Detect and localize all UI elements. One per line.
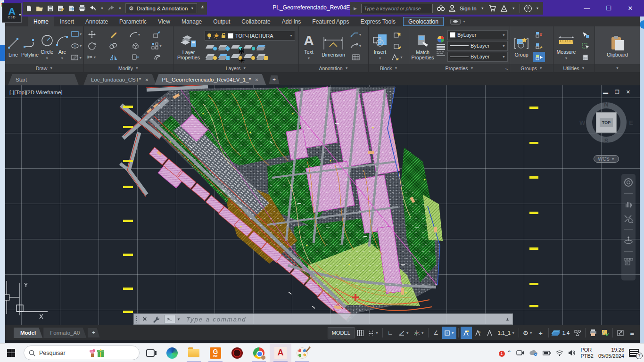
- taskbar-pdf-app[interactable]: GPDF: [205, 344, 226, 362]
- taskbar-autocad[interactable]: A: [270, 344, 291, 362]
- pan-hand-icon[interactable]: [624, 200, 633, 208]
- grid-display-button[interactable]: [355, 327, 366, 339]
- rectangle-button[interactable]: ▼: [71, 29, 83, 39]
- match-properties-button[interactable]: Match Properties: [411, 32, 434, 60]
- layer-thaw-button[interactable]: ☀: [232, 53, 241, 59]
- panel-label-properties[interactable]: Properties▼↘: [409, 64, 510, 72]
- show-motion-icon[interactable]: [624, 258, 633, 265]
- redo-icon[interactable]: [107, 6, 115, 11]
- quick-select-button[interactable]: [579, 29, 591, 40]
- select-similar-button[interactable]: [579, 41, 591, 51]
- taskbar-search-input[interactable]: Pesquisar: [24, 346, 140, 360]
- arc-button[interactable]: Arc▼: [56, 31, 69, 61]
- panel-label-utilities[interactable]: Utilities▼: [553, 64, 594, 72]
- line-button[interactable]: Line: [7, 34, 19, 58]
- annotation-visibility-button[interactable]: [461, 327, 472, 339]
- offset-button[interactable]: [151, 52, 163, 62]
- layer-dropdown[interactable]: TOP-HACHURA ▼: [205, 31, 295, 41]
- help-icon[interactable]: ?: [524, 5, 532, 12]
- help-search-input[interactable]: Type a keyword or phrase: [361, 4, 433, 13]
- edit-block-button[interactable]: [391, 41, 404, 51]
- task-view-button[interactable]: [140, 344, 161, 362]
- sign-in-caret-icon[interactable]: ▼: [481, 7, 484, 10]
- tray-battery-icon[interactable]: [543, 350, 551, 355]
- open-file-icon[interactable]: [36, 5, 43, 12]
- plot-button[interactable]: [587, 327, 599, 339]
- drawing-canvas[interactable]: Y X [-][Top][2D Wireframe] ▬ ❐ ✕ N S W E…: [5, 85, 640, 325]
- sign-in-button[interactable]: Sign In: [460, 6, 477, 11]
- layout-tab-formato-a0[interactable]: Formato_A0: [43, 328, 86, 338]
- maximize-button[interactable]: ☐: [598, 0, 619, 16]
- new-tab-button[interactable]: +: [269, 75, 280, 84]
- autodesk-app-icon[interactable]: [500, 5, 508, 12]
- explode-button[interactable]: [129, 41, 141, 51]
- undo-icon[interactable]: [90, 6, 97, 11]
- tray-volume-icon[interactable]: [568, 350, 576, 356]
- model-space-button[interactable]: MODEL: [328, 327, 355, 338]
- annotation-autoscale-button[interactable]: [472, 327, 484, 339]
- viewcube-north[interactable]: N: [604, 101, 608, 108]
- erase-button[interactable]: [107, 29, 120, 40]
- command-history-up-icon[interactable]: ▲: [505, 317, 510, 321]
- start-button[interactable]: [0, 344, 22, 362]
- taskbar-paint-app[interactable]: [291, 344, 313, 362]
- status-customize-plus-button[interactable]: +: [535, 327, 546, 339]
- tab-geolocation[interactable]: Geolocation: [403, 17, 444, 26]
- tray-expand-chevron-icon[interactable]: ⌃: [507, 349, 512, 356]
- properties-dialog-launcher-icon[interactable]: ↘: [504, 66, 508, 71]
- tab-collaborate[interactable]: Collaborate: [236, 16, 276, 26]
- orbit-icon[interactable]: [624, 236, 633, 245]
- tab-insert[interactable]: Insert: [54, 16, 80, 26]
- recent-commands-button[interactable]: >_: [164, 315, 175, 323]
- autodesk-caret-icon[interactable]: ▼: [512, 7, 515, 10]
- close-tab-icon[interactable]: ✕: [255, 77, 258, 82]
- layer-isolate-button[interactable]: [219, 44, 229, 49]
- color-wheel-icon[interactable]: [437, 35, 445, 43]
- close-tab-icon[interactable]: ✕: [145, 77, 149, 82]
- group-button[interactable]: Group: [512, 34, 531, 58]
- snap-mode-button[interactable]: ▼: [367, 327, 380, 339]
- taskbar-chrome[interactable]: [248, 344, 270, 362]
- close-button[interactable]: ✕: [619, 0, 641, 16]
- command-input[interactable]: Type a command: [186, 316, 246, 323]
- layer-state-button[interactable]: [257, 53, 267, 59]
- save-icon[interactable]: [47, 5, 54, 12]
- clock[interactable]: 19:2605/05/2024: [598, 347, 624, 359]
- export-icon[interactable]: [68, 5, 75, 12]
- insert-button[interactable]: Insert▼: [371, 31, 389, 61]
- color-dropdown[interactable]: ByLayer▼: [447, 30, 508, 40]
- qat-customize-icon[interactable]: ▼▔: [201, 5, 204, 12]
- isodraft-button[interactable]: ▼: [412, 327, 426, 339]
- tray-onedrive-icon[interactable]: [529, 350, 538, 356]
- clean-screen-button[interactable]: [615, 327, 626, 339]
- workspace-gear-button[interactable]: ⚙▼: [521, 327, 535, 339]
- help-caret-icon[interactable]: ▼: [536, 7, 539, 10]
- infocenter-collapse-icon[interactable]: ▶: [354, 6, 357, 11]
- taskbar-red-app[interactable]: [226, 344, 248, 362]
- lineweight-dropdown[interactable]: ByLayer▼: [447, 41, 508, 51]
- tab-view[interactable]: View: [152, 16, 176, 26]
- layer-match-button[interactable]: [219, 53, 229, 59]
- file-tab-loc-fundacao[interactable]: Loc_fundacao_CST*✕: [83, 74, 157, 85]
- new-file-icon[interactable]: [25, 5, 32, 12]
- notification-center-button[interactable]: 7: [629, 349, 639, 357]
- layer-unlock-button[interactable]: [245, 53, 254, 59]
- layout-tab-model[interactable]: Model: [14, 328, 42, 338]
- command-customize-wrench-icon[interactable]: [150, 316, 161, 323]
- new-layout-button[interactable]: +: [88, 328, 100, 337]
- dimension-button[interactable]: Dimension: [319, 34, 348, 58]
- language-indicator[interactable]: PORPTB2: [580, 347, 594, 359]
- recent-commands-caret-icon[interactable]: ▼: [177, 317, 181, 321]
- tab-annotate[interactable]: Annotate: [80, 16, 114, 26]
- multileader-button[interactable]: ▼: [350, 41, 362, 51]
- layer-properties-button[interactable]: Layer Properties: [175, 32, 202, 60]
- viewport-controls-label[interactable]: [-][Top][2D Wireframe]: [9, 90, 62, 95]
- store-cart-icon[interactable]: [488, 5, 496, 12]
- ellipse-button[interactable]: ▼: [71, 41, 83, 51]
- navigation-bar[interactable]: [621, 174, 636, 280]
- panel-label-draw[interactable]: Draw▼: [5, 64, 83, 72]
- measure-button[interactable]: Measure▼: [555, 31, 577, 61]
- taskbar-file-explorer[interactable]: [183, 344, 205, 362]
- layer-off-button[interactable]: [206, 44, 216, 49]
- leader-button[interactable]: ▼: [350, 29, 362, 40]
